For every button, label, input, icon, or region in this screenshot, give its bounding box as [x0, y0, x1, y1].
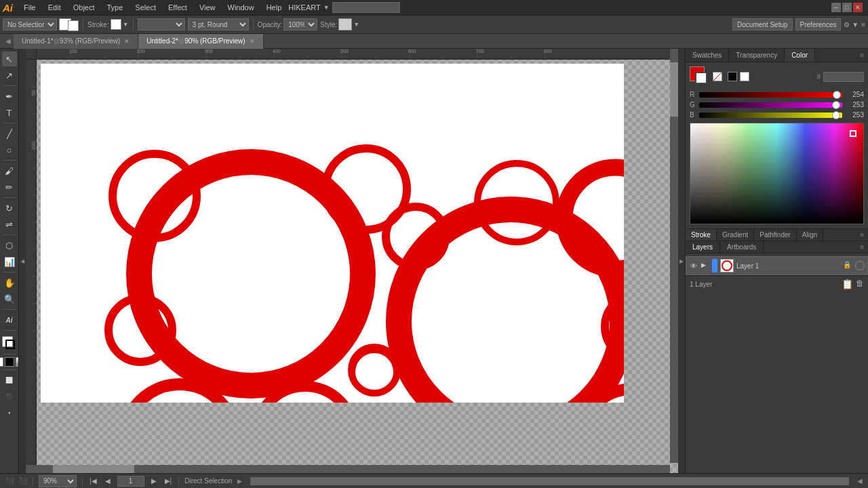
type-tool[interactable]: T: [2, 105, 17, 120]
none-indicator[interactable]: [713, 72, 722, 81]
presentation-mode[interactable]: ⚫: [2, 389, 17, 404]
hand-tool[interactable]: ✋: [2, 275, 17, 290]
g-slider[interactable]: [699, 102, 842, 108]
menu-window[interactable]: Window: [222, 2, 260, 13]
stroke-type-select[interactable]: 3 pt. Round: [188, 18, 249, 30]
menu-edit[interactable]: Edit: [43, 2, 66, 13]
tab2-close-icon[interactable]: ✕: [250, 38, 255, 45]
color-stroke-indicator[interactable]: [695, 72, 707, 84]
menu-type[interactable]: Type: [102, 2, 129, 13]
tab-untitled2[interactable]: Untitled-2* @ 90% (RGB/Preview) ✕: [138, 34, 263, 49]
hex-input[interactable]: FEFDFD: [823, 72, 864, 82]
selection-dropdown[interactable]: No Selection: [3, 18, 57, 30]
panel-options-icon[interactable]: ≡: [856, 49, 868, 62]
prev-page-button[interactable]: ◀: [104, 477, 112, 485]
hscroll-thumb[interactable]: [53, 465, 134, 473]
status-divider-2: [82, 476, 83, 486]
new-layer-icon[interactable]: 📋: [842, 279, 853, 289]
normal-screen-mode[interactable]: ⬜: [2, 373, 17, 388]
rotate-tool[interactable]: ↻: [2, 201, 17, 216]
delete-layer-icon[interactable]: 🗑: [856, 279, 864, 289]
tab-color[interactable]: Color: [785, 49, 815, 62]
close-button[interactable]: ✕: [853, 3, 863, 12]
layer-target-icon[interactable]: [855, 261, 865, 270]
tab-pathfinder[interactable]: Pathfinder: [754, 229, 797, 241]
tab-swatches[interactable]: Swatches: [686, 49, 729, 62]
canvas-scrollbar-vertical[interactable]: [670, 49, 678, 463]
maximize-button[interactable]: □: [842, 3, 852, 12]
style-arrow[interactable]: ▼: [353, 21, 359, 28]
black-mode-box[interactable]: [5, 357, 14, 367]
tab-transparency[interactable]: Transparency: [729, 49, 785, 62]
fullscreen-mode[interactable]: ▪: [2, 405, 17, 420]
menu-effect[interactable]: Effect: [163, 2, 193, 13]
canvas-area[interactable]: 100 200 300 400 500 600 700 800: [26, 49, 678, 473]
ellipse-tool[interactable]: ○: [2, 142, 17, 157]
layers-options[interactable]: ≡: [856, 241, 868, 253]
white-swatch[interactable]: [740, 72, 749, 81]
selection-tool[interactable]: ↖: [2, 52, 17, 66]
minimize-button[interactable]: ─: [831, 3, 841, 12]
menu-help[interactable]: Help: [261, 2, 288, 13]
menu-file[interactable]: File: [18, 2, 41, 13]
extra-options-icon[interactable]: ⚙ ▼: [844, 21, 859, 28]
tab-align[interactable]: Align: [797, 229, 823, 241]
left-sidebar-toggle[interactable]: ◀: [19, 49, 26, 473]
r-slider[interactable]: [699, 92, 842, 98]
b-slider[interactable]: [699, 113, 842, 118]
search-input[interactable]: [332, 2, 400, 13]
pen-tool[interactable]: ✒: [2, 89, 17, 104]
first-page-button[interactable]: |◀: [88, 477, 98, 485]
next-page-button[interactable]: ▶: [150, 477, 158, 485]
status-end-icon[interactable]: ◀: [857, 477, 863, 485]
tab-artboards[interactable]: Artboards: [720, 241, 764, 253]
chart-tool[interactable]: 📊: [2, 254, 17, 269]
panel-options-icon[interactable]: ≡: [861, 21, 865, 28]
tool-indicator-arrow[interactable]: ▶: [237, 478, 242, 485]
tab-stroke[interactable]: Stroke: [686, 229, 717, 241]
layer-visibility-toggle[interactable]: 👁: [689, 261, 698, 270]
menu-select[interactable]: Select: [130, 2, 161, 13]
preferences-button[interactable]: Preferences: [795, 18, 842, 30]
black-swatch[interactable]: [728, 72, 737, 81]
svg-text:600: 600: [408, 49, 416, 54]
menu-object[interactable]: Object: [68, 2, 100, 13]
layer-expand-icon[interactable]: ▶: [701, 262, 709, 270]
paintbrush-tool[interactable]: 🖌: [2, 163, 17, 178]
color-spectrum[interactable]: [690, 123, 864, 224]
canvas-scrollbar-horizontal[interactable]: [26, 465, 670, 473]
pencil-tool[interactable]: ✏: [2, 180, 17, 195]
stroke-color-box[interactable]: [5, 340, 15, 349]
current-tool-label: Direct Selection: [184, 477, 232, 485]
normal-mode-box[interactable]: [0, 357, 3, 367]
tab1-close-icon[interactable]: ✕: [124, 38, 130, 45]
last-page-button[interactable]: ▶|: [163, 477, 174, 485]
line-tool[interactable]: ╱: [2, 126, 17, 141]
page-input[interactable]: [117, 476, 144, 487]
stroke-weight-select[interactable]: [138, 18, 185, 30]
direct-selection-tool[interactable]: ↗: [2, 68, 17, 83]
layer-1-row[interactable]: 👁 ▶ Layer 1 🔒: [686, 256, 868, 275]
vscroll-thumb[interactable]: [670, 62, 678, 117]
reflect-tool[interactable]: ⇌: [2, 217, 17, 232]
tab-untitled1[interactable]: Untitled-1* @ 93% (RGB/Preview) ✕: [14, 34, 138, 49]
stroke-swatch[interactable]: [68, 20, 79, 31]
ai-text-tool[interactable]: Ai: [2, 312, 17, 327]
opacity-select[interactable]: 100%: [283, 18, 317, 30]
stroke-color-swatch[interactable]: [111, 19, 121, 30]
layer-lock-icon[interactable]: 🔒: [843, 261, 852, 270]
right-sidebar-toggle[interactable]: ▶: [678, 49, 685, 473]
blend-tool[interactable]: ⬡: [2, 238, 17, 253]
tab-layers[interactable]: Layers: [686, 241, 720, 253]
menu-view[interactable]: View: [194, 2, 221, 13]
collapse-left-icon[interactable]: ◀: [5, 37, 11, 45]
tool-separator-9: [3, 354, 16, 354]
zoom-select[interactable]: 90%: [39, 475, 77, 487]
style-swatch[interactable]: [338, 18, 352, 30]
doc-setup-button[interactable]: Document Setup: [732, 18, 793, 30]
dropdown-icon[interactable]: ▼: [323, 4, 330, 11]
tab-gradient[interactable]: Gradient: [717, 229, 754, 241]
stroke-arrow[interactable]: ▼: [123, 21, 129, 28]
zoom-tool[interactable]: 🔍: [2, 291, 17, 306]
lower-panel-options[interactable]: ≡: [856, 229, 868, 241]
